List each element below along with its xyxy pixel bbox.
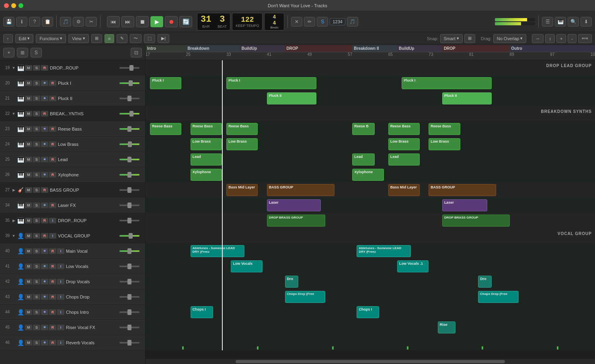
clip-drop-vocals-1[interactable]: Dro xyxy=(285,276,299,288)
solo-button[interactable]: S xyxy=(33,264,40,269)
clip-lead-2[interactable]: Lead xyxy=(352,153,375,166)
maximize-button[interactable] xyxy=(18,3,23,8)
clip-xylophone-2[interactable]: Xylophone xyxy=(352,169,384,181)
track-fader[interactable] xyxy=(119,220,144,221)
input-button[interactable]: I xyxy=(57,294,64,300)
freeze-button[interactable]: ❄ xyxy=(41,340,48,346)
clip-xylophone-1[interactable]: Xylophone xyxy=(191,169,222,181)
clip-low-brass-4[interactable]: Low Brass xyxy=(429,138,460,150)
freeze-button[interactable]: ❄ xyxy=(41,264,48,269)
tune-button[interactable]: 🎵 xyxy=(347,17,358,27)
clip-lead-3[interactable]: Lead xyxy=(388,153,420,166)
track-fader[interactable] xyxy=(119,204,144,206)
mute-button[interactable]: M xyxy=(25,294,32,300)
track-expand[interactable] xyxy=(11,142,16,147)
horizontal-scrollbar[interactable] xyxy=(146,358,595,364)
play-button[interactable]: ▶ xyxy=(150,16,163,27)
input-button[interactable]: I xyxy=(57,325,64,330)
input-button[interactable]: I xyxy=(57,279,64,284)
solo-button[interactable]: S xyxy=(33,141,40,147)
freeze-button[interactable]: ❄ xyxy=(41,325,48,330)
freeze-button[interactable]: ❄ xyxy=(41,172,48,178)
clip-pluck-i-1[interactable]: Pluck I xyxy=(150,77,181,89)
freeze-button[interactable]: ❄ xyxy=(41,80,48,86)
clip-reese-bass-2[interactable]: Reese Bass xyxy=(191,123,222,135)
freeze-button[interactable]: ❄ xyxy=(41,96,48,101)
note-button[interactable]: 📋 xyxy=(42,17,53,27)
track-fader[interactable] xyxy=(119,327,144,328)
freeze-button[interactable]: ❄ xyxy=(41,126,48,132)
record-enable-button[interactable]: R xyxy=(41,65,48,71)
track-fader[interactable] xyxy=(119,174,144,176)
record-enable-button[interactable]: R xyxy=(49,264,56,269)
snap-toggle[interactable]: ⊞ xyxy=(464,34,475,43)
solo-button[interactable]: S xyxy=(33,340,40,346)
clip-bass-group-1[interactable]: BASS GROUP xyxy=(267,184,334,196)
track-fader[interactable] xyxy=(119,281,144,282)
record-enable-button[interactable]: R xyxy=(49,294,56,300)
solo-button[interactable]: S xyxy=(33,157,40,162)
clip-low-vocals-2[interactable]: Low Vocals .1 xyxy=(397,260,429,272)
clip-reese-bass-6[interactable]: Reese Bass xyxy=(429,123,460,135)
clip-chops-drop-2[interactable]: Chops Drop (Free xyxy=(478,291,519,303)
track-expand[interactable]: ▶ xyxy=(11,218,16,223)
track-fader[interactable] xyxy=(119,235,144,237)
list-view-mode-button[interactable]: ≡ xyxy=(105,34,114,43)
track-expand[interactable] xyxy=(11,96,16,101)
track-fader[interactable] xyxy=(119,266,144,267)
input-button[interactable]: I xyxy=(57,309,64,315)
record-enable-button[interactable]: R xyxy=(49,202,56,208)
freeze-button[interactable]: ❄ xyxy=(41,202,48,208)
solo-button[interactable]: S xyxy=(33,218,40,223)
input-button[interactable]: I xyxy=(57,340,64,346)
time-sig-display[interactable]: 4 4 Bmin xyxy=(264,13,284,31)
solo-button[interactable]: S xyxy=(33,325,40,330)
add-track-button[interactable]: + xyxy=(3,48,14,57)
track-settings-button[interactable]: ⊡ xyxy=(131,48,142,57)
record-enable-button[interactable]: R xyxy=(49,309,56,315)
mute-button[interactable]: M xyxy=(25,340,32,346)
mute-button[interactable]: M xyxy=(25,309,32,315)
mute-button[interactable]: M xyxy=(25,111,32,117)
track-expand[interactable]: ▼ xyxy=(11,233,16,238)
search-button[interactable]: 🔍 xyxy=(568,17,579,27)
zoom-out-button[interactable]: - xyxy=(568,34,577,43)
list-view-button[interactable]: ☰ xyxy=(542,17,553,27)
pencil-tool[interactable]: ✎ xyxy=(117,34,127,43)
midi-out-button[interactable]: 1234 xyxy=(330,18,345,25)
record-enable-button[interactable]: R xyxy=(49,279,56,284)
clip-pluck-ii-1[interactable]: Pluck II xyxy=(267,92,316,104)
clip-bass-group-2[interactable]: BASS GROUP xyxy=(429,184,496,196)
info-button[interactable]: ℹ xyxy=(16,17,27,27)
playhead-btn[interactable]: ▶| xyxy=(158,34,169,43)
edit-menu[interactable]: Edit ▾ xyxy=(15,34,34,43)
clip-pluck-ii-2[interactable]: Pluck II xyxy=(442,92,492,104)
resize-h-button[interactable]: ↔ xyxy=(532,34,544,43)
rewind-button[interactable]: ⏮ xyxy=(107,16,120,27)
solo-button[interactable]: S xyxy=(33,111,40,117)
mute-button[interactable]: M xyxy=(25,172,32,178)
bar-number[interactable]: 31 xyxy=(201,14,211,25)
midi-button[interactable]: S xyxy=(317,17,328,27)
beat-number[interactable]: 3 xyxy=(220,14,225,25)
solo-button[interactable]: S xyxy=(33,202,40,208)
mute-button[interactable]: M xyxy=(25,233,32,239)
freeze-button[interactable]: ❄ xyxy=(41,141,48,147)
tempo-display[interactable]: 122 KEEP TEMPO xyxy=(232,13,263,31)
record-enable-button[interactable]: R xyxy=(49,157,56,162)
save-button[interactable]: 💾 xyxy=(3,17,14,27)
clip-main-vocal-2[interactable]: Abletunes - Someone LEAD DRY (Freez xyxy=(357,245,410,257)
track-expand[interactable] xyxy=(11,340,16,345)
scrollbar-thumb[interactable] xyxy=(236,360,505,363)
mute-button[interactable]: M xyxy=(25,65,32,71)
view-menu[interactable]: View ▾ xyxy=(68,34,89,43)
freeze-button[interactable]: ❄ xyxy=(41,157,48,162)
record-enable-button[interactable]: R xyxy=(49,325,56,330)
clip-chops-drop-1[interactable]: Chops Drop (Free xyxy=(285,291,326,303)
drag-dropdown[interactable]: No Overlap ▾ xyxy=(493,34,527,43)
zoom-in-button[interactable]: + xyxy=(556,34,566,43)
clip-riser-1[interactable]: Rise xyxy=(438,321,456,333)
stop-button[interactable]: ⏹ xyxy=(136,16,149,27)
mute-button[interactable]: M xyxy=(25,187,32,193)
zoom-width-button[interactable]: ⟺ xyxy=(578,34,592,43)
